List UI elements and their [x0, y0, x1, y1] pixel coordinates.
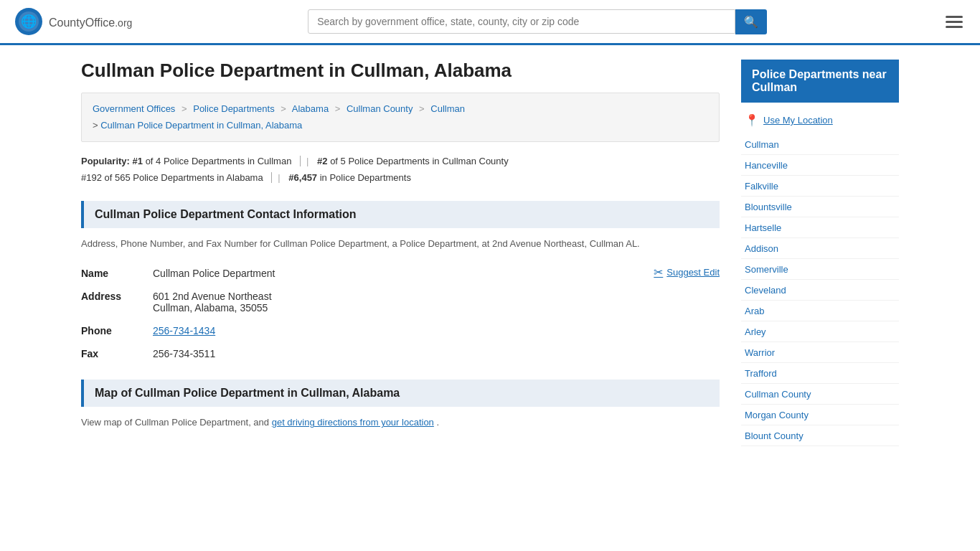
sidebar-nearby-link-somerville[interactable]: Somerville — [745, 264, 788, 275]
use-location-row: 📍 Use My Location — [741, 106, 899, 134]
sidebar-nearby-link-falkville[interactable]: Falkville — [745, 181, 778, 192]
menu-line-1 — [946, 16, 963, 18]
sidebar-nearby-link-arley[interactable]: Arley — [745, 326, 766, 337]
breadcrumb-current[interactable]: Cullman Police Department in Cullman, Al… — [100, 120, 302, 131]
sidebar-nearby-link-hartselle[interactable]: Hartselle — [745, 222, 781, 233]
page-title: Cullman Police Department in Cullman, Al… — [81, 60, 720, 82]
sidebar: Police Departments near Cullman 📍 Use My… — [741, 60, 899, 446]
sidebar-nearby-link-blountsville[interactable]: Blountsville — [745, 202, 792, 212]
sidebar-nearby-link-trafford[interactable]: Trafford — [745, 368, 777, 379]
rank4: #6,457 — [288, 172, 317, 183]
search-area: 🔍 — [308, 9, 767, 34]
sidebar-nearby-link-blount-county[interactable]: Blount County — [745, 430, 804, 441]
sidebar-title: Police Departments near Cullman — [741, 60, 899, 103]
breadcrumb-sep-2: > — [281, 103, 286, 114]
map-directions-link[interactable]: get driving directions from your locatio… — [272, 417, 434, 428]
list-item: Blountsville — [741, 197, 899, 217]
phone-value: 256-734-1434 — [153, 319, 522, 342]
sidebar-nearby-link-arab[interactable]: Arab — [745, 306, 764, 316]
fax-label: Fax — [81, 342, 153, 365]
contact-section-header: Cullman Police Department Contact Inform… — [81, 201, 720, 228]
rank1: #1 — [133, 156, 143, 166]
sidebar-nearby-link-hanceville[interactable]: Hanceville — [745, 160, 788, 171]
map-description: View map of Cullman Police Department, a… — [81, 415, 720, 430]
menu-button[interactable] — [943, 13, 966, 31]
list-item: Morgan County — [741, 405, 899, 425]
sidebar-nearby-link-cullman[interactable]: Cullman — [745, 139, 779, 150]
rank3: #192 — [81, 172, 102, 183]
address-value: 601 2nd Avenue Northeast Cullman, Alabam… — [153, 285, 522, 319]
pop-sep-2: | — [271, 172, 280, 183]
menu-line-2 — [946, 21, 963, 23]
sidebar-nearby-link-addison[interactable]: Addison — [745, 243, 778, 254]
list-item: Hanceville — [741, 155, 899, 176]
sidebar-nearby-link-morgan-county[interactable]: Morgan County — [745, 410, 809, 420]
logo-text: CountyOffice.org — [49, 14, 132, 30]
name-label: Name — [81, 262, 153, 285]
popularity-section: Popularity: #1 of 4 Police Departments i… — [81, 153, 720, 187]
search-button[interactable]: 🔍 — [735, 9, 767, 34]
sidebar-nearby-link-cullman-county[interactable]: Cullman County — [745, 389, 811, 400]
breadcrumb-sep-arrow: > — [93, 120, 98, 131]
menu-line-3 — [946, 26, 963, 28]
name-row: Name Cullman Police Department ✂ Suggest… — [81, 262, 720, 285]
suggest-edit-label: Suggest Edit — [666, 267, 720, 278]
pop-sep-1: | — [300, 156, 308, 166]
suggest-edit-icon: ✂ — [654, 265, 663, 279]
breadcrumb-sep-1: > — [182, 103, 187, 114]
phone-link[interactable]: 256-734-1434 — [153, 325, 215, 336]
name-value: Cullman Police Department — [153, 262, 522, 285]
list-item: Cullman — [741, 134, 899, 155]
list-item: Blount County — [741, 425, 899, 446]
list-item: Hartselle — [741, 217, 899, 238]
address-line1: 601 2nd Avenue Northeast — [153, 291, 272, 302]
use-location-link[interactable]: Use My Location — [763, 115, 833, 126]
logo-suffix: .org — [115, 17, 132, 29]
rank2: #2 — [317, 156, 327, 166]
popularity-label: Popularity: — [81, 156, 130, 166]
search-input[interactable] — [308, 9, 735, 34]
list-item: Arley — [741, 321, 899, 342]
map-section-header: Map of Cullman Police Department in Cull… — [81, 380, 720, 407]
rank2-context: of 5 Police Departments in Cullman Count… — [330, 156, 509, 166]
site-header: 🌐 CountyOffice.org 🔍 — [0, 0, 980, 45]
logo-name: CountyOffice — [49, 17, 115, 29]
map-desc-after: . — [436, 417, 439, 428]
main-container: Cullman Police Department in Cullman, Al… — [67, 60, 913, 446]
fax-value: 256-734-3511 — [153, 342, 522, 365]
contact-table: Name Cullman Police Department ✂ Suggest… — [81, 262, 720, 365]
phone-label: Phone — [81, 319, 153, 342]
contact-description: Address, Phone Number, and Fax Number fo… — [81, 237, 720, 252]
list-item: Cleveland — [741, 280, 899, 301]
content-area: Cullman Police Department in Cullman, Al… — [81, 60, 720, 446]
rank4-context: in Police Departments — [320, 172, 411, 183]
list-item: Arab — [741, 301, 899, 321]
nearby-list: CullmanHancevilleFalkvilleBlountsvilleHa… — [741, 134, 899, 446]
suggest-edit-button[interactable]: ✂ Suggest Edit — [522, 265, 720, 279]
pin-icon: 📍 — [745, 113, 759, 127]
list-item: Cullman County — [741, 384, 899, 405]
list-item: Falkville — [741, 176, 899, 197]
list-item: Trafford — [741, 363, 899, 384]
breadcrumb-cullman-county[interactable]: Cullman County — [347, 103, 413, 114]
sidebar-nearby-link-warrior[interactable]: Warrior — [745, 347, 775, 358]
list-item: Addison — [741, 238, 899, 259]
breadcrumb-cullman[interactable]: Cullman — [430, 103, 465, 114]
list-item: Warrior — [741, 342, 899, 363]
logo-area: 🌐 CountyOffice.org — [14, 7, 132, 36]
list-item: Somerville — [741, 259, 899, 280]
address-label: Address — [81, 285, 153, 319]
breadcrumb-sep-4: > — [419, 103, 425, 114]
map-desc-before: View map of Cullman Police Department, a… — [81, 417, 269, 428]
rank3-context: of 565 Police Departments in Alabama — [105, 172, 263, 183]
breadcrumb-gov-offices[interactable]: Government Offices — [93, 103, 175, 114]
breadcrumb-sep-3: > — [335, 103, 341, 114]
rank1-context: of 4 Police Departments in Cullman — [146, 156, 292, 166]
breadcrumb-police-depts[interactable]: Police Departments — [193, 103, 274, 114]
svg-text:🌐: 🌐 — [21, 14, 37, 29]
contact-row: Name Cullman Police Department ✂ Suggest… — [81, 262, 720, 380]
breadcrumb-alabama[interactable]: Alabama — [292, 103, 329, 114]
sidebar-nearby-link-cleveland[interactable]: Cleveland — [745, 285, 786, 296]
address-line2: Cullman, Alabama, 35055 — [153, 302, 268, 314]
breadcrumb: Government Offices > Police Departments … — [81, 93, 720, 142]
